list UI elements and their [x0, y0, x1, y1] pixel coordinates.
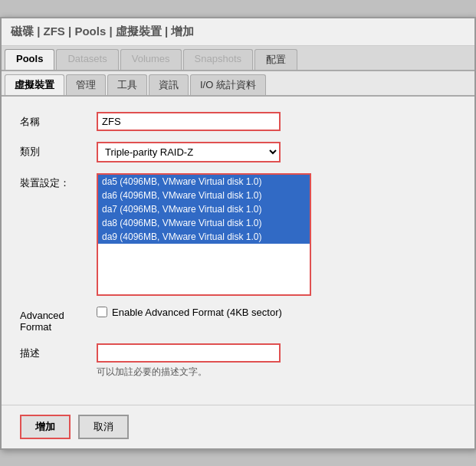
tab-config[interactable]: 配置	[254, 49, 297, 70]
device-listbox[interactable]: da5 (4096MB, VMware Virtual disk 1.0) da…	[97, 173, 311, 296]
desc-control: 可以加註必要的描述文字。	[97, 343, 456, 379]
desc-label: 描述	[20, 343, 97, 360]
advanced-format-row: Advanced Format Enable Advanced Format (…	[20, 307, 456, 333]
list-item[interactable]: da8 (4096MB, VMware Virtual disk 1.0)	[98, 216, 310, 230]
tab-virtual-device[interactable]: 虛擬裝置	[5, 74, 64, 95]
advanced-format-control: Enable Advanced Format (4KB sector)	[97, 307, 456, 318]
desc-input[interactable]	[97, 343, 281, 363]
device-row: 裝置設定： da5 (4096MB, VMware Virtual disk 1…	[20, 173, 456, 296]
list-item[interactable]: da9 (4096MB, VMware Virtual disk 1.0)	[98, 230, 310, 244]
list-item[interactable]: da5 (4096MB, VMware Virtual disk 1.0)	[98, 175, 310, 189]
advanced-format-checkbox-label: Enable Advanced Format (4KB sector)	[112, 307, 282, 318]
name-control	[97, 112, 456, 131]
device-label: 裝置設定：	[20, 173, 97, 190]
tab-tools[interactable]: 工具	[107, 74, 147, 95]
list-item[interactable]: da6 (4096MB, VMware Virtual disk 1.0)	[98, 189, 310, 202]
tab-io-stats[interactable]: I/O 統計資料	[190, 74, 266, 95]
tab-pools[interactable]: Pools	[5, 49, 54, 70]
title-text: 磁碟 | ZFS | Pools | 虛擬裝置 | 增加	[11, 25, 194, 38]
advanced-format-label: Advanced Format	[20, 307, 97, 333]
tab-row-2: 虛擬裝置 管理 工具 資訊 I/O 統計資料	[2, 71, 474, 97]
tab-manage[interactable]: 管理	[66, 74, 106, 95]
type-row: 類別 Triple-parity RAID-Z Mirror RAID-Z Do…	[20, 142, 456, 162]
type-select-wrapper: Triple-parity RAID-Z Mirror RAID-Z Doubl…	[97, 142, 456, 162]
bottom-bar: 增加 取消	[2, 405, 474, 448]
type-control: Triple-parity RAID-Z Mirror RAID-Z Doubl…	[97, 142, 456, 162]
name-label: 名稱	[20, 112, 97, 129]
add-button[interactable]: 增加	[20, 415, 71, 439]
advanced-format-checkbox-row: Enable Advanced Format (4KB sector)	[97, 307, 456, 318]
desc-row: 描述 可以加註必要的描述文字。	[20, 343, 456, 379]
device-control: da5 (4096MB, VMware Virtual disk 1.0) da…	[97, 173, 456, 296]
desc-hint: 可以加註必要的描述文字。	[97, 366, 456, 379]
form-area: 名稱 類別 Triple-parity RAID-Z Mirror RAID-Z…	[2, 97, 474, 405]
tab-info[interactable]: 資訊	[149, 74, 189, 95]
type-label: 類別	[20, 142, 97, 159]
tab-row-1: Pools Datasets Volumes Snapshots 配置	[2, 46, 474, 71]
advanced-format-checkbox[interactable]	[97, 307, 107, 317]
list-item[interactable]: da7 (4096MB, VMware Virtual disk 1.0)	[98, 202, 310, 216]
tab-datasets: Datasets	[56, 49, 118, 70]
tab-snapshots: Snapshots	[183, 49, 253, 70]
cancel-button[interactable]: 取消	[78, 415, 129, 439]
tab-volumes: Volumes	[120, 49, 182, 70]
main-window: 磁碟 | ZFS | Pools | 虛擬裝置 | 增加 Pools Datas…	[0, 17, 476, 450]
type-select[interactable]: Triple-parity RAID-Z Mirror RAID-Z Doubl…	[97, 142, 281, 162]
name-row: 名稱	[20, 112, 456, 131]
title-bar: 磁碟 | ZFS | Pools | 虛擬裝置 | 增加	[2, 18, 474, 46]
name-input[interactable]	[97, 112, 281, 131]
